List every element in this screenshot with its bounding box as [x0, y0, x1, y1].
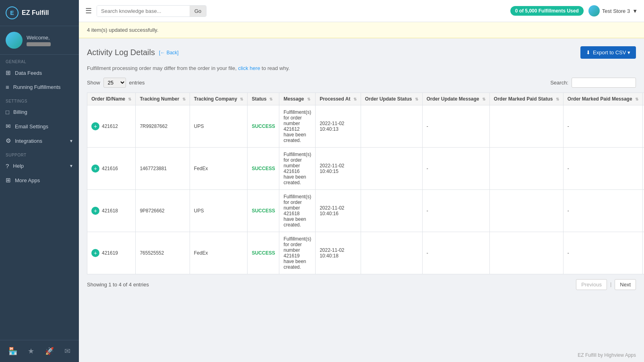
- status-badge: SUCCESS: [252, 166, 275, 171]
- shopify-request-log-cell: 🔗 View: [642, 190, 644, 232]
- order-update-status-cell: [361, 232, 422, 274]
- shopify-request-log-cell: 🔗 View: [642, 105, 644, 148]
- store-icon[interactable]: 🏪: [5, 345, 21, 357]
- click-here-link[interactable]: click here: [238, 65, 260, 71]
- plus-icon[interactable]: +: [91, 122, 99, 130]
- show-entries: Show 25 50 100 entries: [87, 78, 145, 88]
- download-icon: ⬇: [586, 49, 590, 56]
- order-update-message-cell: -: [422, 105, 489, 148]
- topbar-right: 0 of 5,000 Fulfillments Used Test Store …: [510, 5, 638, 16]
- table-footer: Showing 1 to 4 of 4 entries Previous | N…: [87, 274, 636, 295]
- sidebar-item-data-feeds[interactable]: ⊞ Data Feeds: [0, 66, 79, 80]
- marked-paid-message-cell: -: [563, 148, 642, 190]
- marked-paid-status-cell: [489, 148, 563, 190]
- marked-paid-status-cell: [489, 232, 563, 274]
- footer-credit: EZ Fulfill by Highview Apps: [79, 348, 644, 362]
- sort-icon: ⇅: [269, 97, 272, 101]
- col-order-update-message: Order Update Message ⇅: [422, 93, 489, 105]
- search-label: Search:: [550, 80, 568, 86]
- success-banner: 4 item(s) updated successfully.: [79, 22, 644, 38]
- showing-text: Showing 1 to 4 of 4 entries: [87, 282, 149, 288]
- email-settings-icon: ✉: [6, 123, 11, 130]
- order-update-status-cell: [361, 105, 422, 148]
- info-text: Fulfillment processing order may differ …: [87, 65, 636, 71]
- message-cell: Fulfillment(s) for order number 421612 h…: [279, 105, 316, 148]
- integrations-icon: ⚙: [6, 137, 11, 144]
- entries-select[interactable]: 25 50 100: [103, 78, 126, 88]
- marked-paid-message-cell: -: [563, 190, 642, 232]
- support-section-label: SUPPORT: [0, 148, 79, 159]
- sidebar-item-running-fulfillments[interactable]: ≡ Running Fulfillments: [0, 80, 79, 94]
- shopify-request-log-cell: 🔗 View: [642, 232, 644, 274]
- store-selector[interactable]: Test Store 3 ▼: [588, 5, 638, 16]
- status-badge: SUCCESS: [252, 250, 275, 256]
- table-row: + 421612 7R99287662 UPS SUCCESS Fulfillm…: [87, 105, 644, 148]
- page-header: Activity Log Details [← Back] ⬇ Export t…: [87, 46, 636, 59]
- back-link[interactable]: [← Back]: [159, 50, 179, 56]
- status-cell: SUCCESS: [248, 190, 279, 232]
- next-button[interactable]: Next: [615, 279, 636, 290]
- previous-button[interactable]: Previous: [576, 279, 607, 290]
- order-id: 421612: [102, 123, 118, 129]
- sidebar-item-label: Data Feeds: [15, 70, 42, 76]
- status-cell: SUCCESS: [248, 105, 279, 148]
- tracking-number-cell: 7R99287662: [136, 105, 190, 148]
- table-row: + 421619 765525552 FedEx SUCCESS Fulfill…: [87, 232, 644, 274]
- sort-icon: ⇅: [240, 97, 243, 101]
- more-apps-icon: ⊞: [6, 177, 11, 184]
- main-content: ☰ Go 0 of 5,000 Fulfillments Used Test S…: [79, 0, 644, 362]
- sort-icon: ⇅: [182, 97, 186, 101]
- marked-paid-message-cell: -: [563, 105, 642, 148]
- star-icon[interactable]: ★: [25, 345, 37, 357]
- sidebar-item-label: More Apps: [15, 177, 40, 183]
- order-update-status-cell: [361, 148, 422, 190]
- tracking-company-cell: UPS: [190, 190, 248, 232]
- search-input-row: Search:: [550, 78, 636, 88]
- pagination: Previous | Next: [576, 279, 636, 290]
- plus-icon[interactable]: +: [91, 249, 99, 257]
- mail-icon[interactable]: ✉: [61, 345, 74, 357]
- sidebar-item-label: Billing: [13, 109, 27, 115]
- sidebar-item-help[interactable]: ? Help ▼: [0, 159, 79, 173]
- table-controls: Show 25 50 100 entries Search:: [87, 78, 636, 88]
- search-box: Go: [97, 5, 206, 17]
- sidebar-item-more-apps[interactable]: ⊞ More Apps: [0, 173, 79, 187]
- sidebar-item-billing[interactable]: □ Billing: [0, 105, 79, 119]
- app-logo: E EZ Fulfill: [0, 0, 79, 26]
- sidebar-item-label: Help: [13, 163, 24, 169]
- table-header-row: Order ID/Name ⇅ Tracking Number ⇅ Tracki…: [87, 93, 644, 105]
- order-id-cell: + 421618: [87, 190, 136, 232]
- export-btn-label: Export to CSV ▾: [593, 49, 630, 56]
- info-text-content: Fulfillment processing order may differ …: [87, 65, 237, 71]
- sidebar-item-integrations[interactable]: ⚙ Integrations ▼: [0, 134, 79, 148]
- data-feeds-icon: ⊞: [6, 69, 11, 76]
- sidebar-item-email-settings[interactable]: ✉ Email Settings: [0, 119, 79, 134]
- processed-at-cell: 2022-11-02 10:40:13: [316, 105, 361, 148]
- table-row: + 421618 9P8726662 UPS SUCCESS Fulfillme…: [87, 190, 644, 232]
- order-update-status-cell: [361, 190, 422, 232]
- sort-icon: ⇅: [128, 97, 131, 101]
- sort-icon: ⇅: [307, 97, 310, 101]
- fulfillments-badge: 0 of 5,000 Fulfillments Used: [510, 6, 584, 16]
- success-message: 4 item(s) updated successfully.: [87, 27, 159, 33]
- content-area: 4 item(s) updated successfully. Activity…: [79, 22, 644, 348]
- export-csv-button[interactable]: ⬇ Export to CSV ▾: [580, 46, 636, 59]
- sidebar-item-label: Email Settings: [15, 123, 48, 130]
- col-tracking-number: Tracking Number ⇅: [136, 93, 190, 105]
- message-cell: Fulfillment(s) for order number 421619 h…: [279, 232, 316, 274]
- app-name: EZ Fulfill: [22, 9, 49, 16]
- status-cell: SUCCESS: [248, 148, 279, 190]
- message-cell: Fulfillment(s) for order number 421616 h…: [279, 148, 316, 190]
- rocket-icon[interactable]: 🚀: [42, 345, 57, 357]
- tracking-company-cell: UPS: [190, 105, 248, 148]
- order-id: 421616: [102, 166, 118, 171]
- sidebar-bottom-icons: 🏪 ★ 🚀 ✉: [0, 340, 79, 362]
- plus-icon[interactable]: +: [91, 207, 99, 215]
- table-row: + 421616 1467723881 FedEx SUCCESS Fulfil…: [87, 148, 644, 190]
- order-update-message-cell: -: [422, 232, 489, 274]
- plus-icon[interactable]: +: [91, 165, 99, 173]
- search-input[interactable]: [97, 6, 190, 16]
- menu-icon[interactable]: ☰: [85, 6, 92, 15]
- search-go-button[interactable]: Go: [190, 6, 206, 16]
- table-search-input[interactable]: [572, 78, 636, 88]
